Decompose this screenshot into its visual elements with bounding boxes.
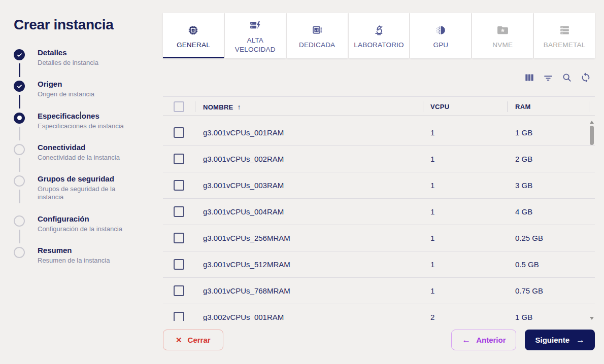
cell-vcpu: 1 <box>430 207 434 216</box>
step-sublabel: Configuración de la instancia <box>38 225 122 233</box>
next-button[interactable]: Siguiente → <box>525 330 595 350</box>
step-connector-line <box>19 230 20 243</box>
tab-gpu[interactable]: GPU <box>410 13 471 58</box>
step-state-icon <box>14 247 25 258</box>
stepper-step-detalles[interactable]: Detalles Detalles de instancia <box>14 48 141 80</box>
tab-dedicada[interactable]: DEDICADA <box>287 13 348 58</box>
cell-nombre: g3.001vCPUs_256MRAM <box>203 234 290 242</box>
cell-ram: 1 GB <box>515 128 532 137</box>
server-stack-icon <box>558 24 571 37</box>
step-sublabel: Conectividad de la instancia <box>38 154 120 162</box>
column-header-vcpu[interactable]: VCPU <box>430 103 449 111</box>
tab-label: DEDICADA <box>299 41 335 50</box>
row-checkbox[interactable] <box>174 312 184 321</box>
flavor-table-body: g3.001vCPUs_001RAM 1 1 GB g3.001vCPUs_00… <box>163 120 595 321</box>
table-row[interactable]: g3.001vCPUs_001RAM 1 1 GB <box>163 120 595 146</box>
cell-vcpu: 1 <box>430 181 434 190</box>
gpu-icon <box>434 24 447 37</box>
header-divider <box>195 101 195 112</box>
stepper-step-resumen[interactable]: Resumen Resumen de la instancia <box>14 246 141 277</box>
filter-button[interactable] <box>542 71 554 85</box>
stepper-step-configuracion[interactable]: Configuración Configuración de la instan… <box>14 214 141 246</box>
step-sublabel: Especificaciones de instancia <box>38 122 124 130</box>
cell-nombre: g3.001vCPUs_002RAM <box>203 155 284 163</box>
tab-label: GENERAL <box>177 41 210 50</box>
stepper-step-grupos-de-seguridad[interactable]: Grupos de seguridad Grupos de seguridad … <box>14 174 141 214</box>
row-checkbox[interactable] <box>174 180 184 191</box>
page-title: Crear instancia <box>14 17 141 33</box>
columns-button[interactable] <box>523 71 535 85</box>
cell-vcpu: 1 <box>430 234 434 242</box>
row-checkbox[interactable] <box>174 127 184 138</box>
table-row[interactable]: g3.001vCPUs_002RAM 1 2 GB <box>163 146 595 172</box>
step-label: Origen <box>38 80 94 89</box>
cell-ram: 3 GB <box>515 181 532 190</box>
chip-icon <box>187 24 199 37</box>
arrow-left-icon: ← <box>462 335 471 345</box>
stepper-step-conectividad[interactable]: Conectividad Conectividad de la instanci… <box>14 143 141 174</box>
step-state-icon <box>14 215 25 227</box>
tab-label: GPU <box>433 41 448 50</box>
cell-nombre: g3.002vCPUs_001RAM <box>203 313 284 321</box>
dedicated-chip-icon <box>311 24 323 37</box>
select-all-checkbox[interactable] <box>174 101 184 112</box>
step-label: Resumen <box>38 246 110 255</box>
tab-baremetal: BAREMETAL <box>534 13 595 58</box>
table-row[interactable]: g3.001vCPUs_768MRAM 1 0.75 GB <box>163 278 595 304</box>
sort-asc-icon: ↑ <box>238 103 241 111</box>
row-checkbox[interactable] <box>174 206 184 217</box>
tab-general[interactable]: GENERAL <box>163 13 224 58</box>
row-checkbox[interactable] <box>174 233 184 243</box>
tab-laboratorio[interactable]: LABORATORIO <box>349 13 410 58</box>
wizard-footer: ✕ Cerrar ← Anterior Siguiente → <box>163 330 595 350</box>
cell-ram: 2 GB <box>515 155 532 163</box>
cell-nombre: g3.001vCPUs_003RAM <box>203 181 284 190</box>
tab-alta-velocidad[interactable]: ALTA VELOCIDAD <box>225 13 286 58</box>
tab-label: LABORATORIO <box>354 41 404 50</box>
row-checkbox[interactable] <box>174 285 184 296</box>
step-connector-line <box>19 63 20 77</box>
step-sublabel: Resumen de la instancia <box>38 257 110 265</box>
refresh-button[interactable] <box>580 71 592 85</box>
cell-ram: 1 GB <box>515 313 532 321</box>
column-header-ram[interactable]: RAM <box>515 103 531 111</box>
cell-vcpu: 2 <box>430 313 434 321</box>
table-row[interactable]: g3.002vCPUs_001RAM 2 1 GB <box>163 304 595 321</box>
scrollbar-thumb[interactable] <box>590 126 594 145</box>
cell-nombre: g3.001vCPUs_001RAM <box>203 128 284 137</box>
step-sublabel: Detalles de instancia <box>38 59 98 67</box>
stepper-step-especificaciones[interactable]: Especificaciones Especificaciones de ins… <box>14 112 141 143</box>
scroll-down-arrow-icon[interactable] <box>590 317 594 320</box>
text-cursor-caret <box>80 112 81 119</box>
cell-nombre: g3.001vCPUs_512MRAM <box>203 260 290 269</box>
cell-nombre: g3.001vCPUs_004RAM <box>203 207 284 216</box>
table-row[interactable]: g3.001vCPUs_003RAM 1 3 GB <box>163 172 595 199</box>
stepper-step-origen[interactable]: Origen Origen de instancia <box>14 80 141 111</box>
header-divider <box>589 101 589 112</box>
table-toolbar <box>518 71 592 85</box>
table-row[interactable]: g3.001vCPUs_004RAM 1 4 GB <box>163 199 595 225</box>
step-connector-line <box>19 158 20 172</box>
microscope-icon <box>373 24 385 37</box>
column-header-nombre[interactable]: NOMBRE↑ <box>203 103 241 111</box>
search-button[interactable] <box>561 71 573 85</box>
scroll-up-arrow-icon[interactable] <box>590 121 594 124</box>
tab-label: ALTA VELOCIDAD <box>230 36 281 54</box>
table-row[interactable]: g3.001vCPUs_256MRAM 1 0.25 GB <box>163 225 595 251</box>
row-checkbox[interactable] <box>174 259 184 270</box>
filter-icon <box>543 72 554 85</box>
step-connector-line <box>19 95 20 108</box>
close-button[interactable]: ✕ Cerrar <box>163 330 223 350</box>
previous-button[interactable]: ← Anterior <box>451 330 516 350</box>
server-bolt-icon <box>249 19 261 32</box>
row-checkbox[interactable] <box>174 154 184 164</box>
step-check-icon <box>14 49 25 60</box>
flavor-category-tabs: GENERAL ALTA VELOCIDAD DEDICADA LABORATO… <box>163 13 595 58</box>
table-row[interactable]: g3.001vCPUs_512MRAM 1 0.5 GB <box>163 251 595 278</box>
cell-vcpu: 1 <box>430 128 434 137</box>
cell-ram: 0.25 GB <box>515 234 543 242</box>
cell-ram: 4 GB <box>515 207 532 216</box>
folder-star-icon <box>496 24 509 37</box>
columns-icon <box>524 72 535 85</box>
header-divider <box>507 101 508 112</box>
